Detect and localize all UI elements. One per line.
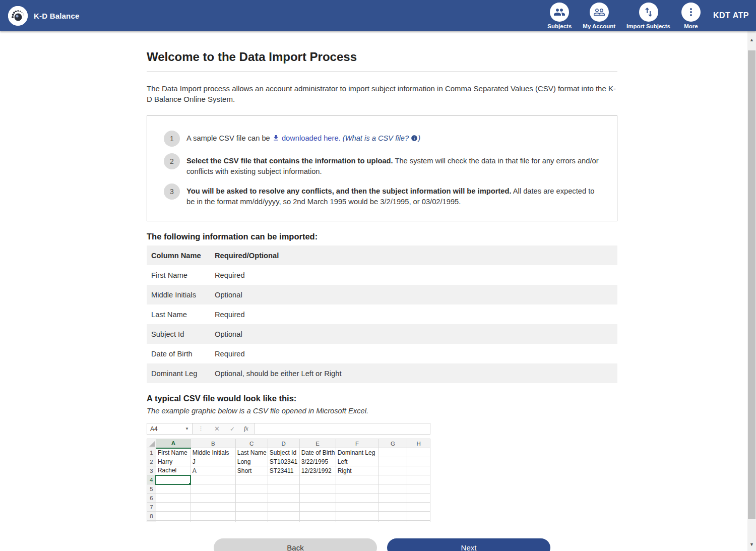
excel-cell-F4 — [336, 475, 379, 484]
excel-row-7: 7 — [147, 503, 430, 512]
intro-text: The Data Import process allows an accoun… — [147, 83, 617, 104]
excel-cell-D2: ST102341 — [268, 457, 299, 466]
step-3-text: You will be asked to resolve any conflic… — [186, 183, 603, 207]
import-columns-table: Column Name Required/Optional First Name… — [147, 246, 617, 383]
excel-cell-C1: Last Name — [235, 448, 268, 457]
table-row: Dominant LegOptional, should be either L… — [147, 363, 617, 383]
download-sample-link[interactable]: downloaded here. — [272, 134, 341, 142]
back-button[interactable]: Back — [214, 538, 377, 551]
excel-cell-E3: 12/23/1992 — [299, 466, 336, 475]
column-name-cell: Dominant Leg — [147, 363, 215, 383]
excel-row-9 — [147, 521, 430, 523]
excel-row-5: 5 — [147, 484, 430, 494]
excel-cell-D5 — [268, 484, 299, 494]
required-optional-cell: Required — [215, 344, 617, 363]
title-divider — [147, 71, 617, 72]
more-vert-icon — [681, 3, 701, 22]
nav-item-subjects[interactable]: Subjects — [547, 3, 572, 29]
wizard-buttons: Back Next — [147, 538, 617, 551]
excel-cell-A7 — [156, 503, 191, 512]
excel-cell-C3: Short — [235, 466, 268, 475]
excel-cell-E1: Date of Birth — [299, 448, 336, 457]
excel-screenshot: A4 ▼ ⋮ ✕ ✓ fx ABCDEFGH1First NameMiddle … — [147, 423, 430, 522]
excel-col-header-F: F — [336, 439, 379, 448]
excel-col-header-C: C — [235, 439, 268, 448]
namebox-dropdown-icon: ▼ — [185, 426, 189, 431]
nav-item-my-account[interactable]: My Account — [583, 3, 615, 29]
page-title: Welcome to the Data Import Process — [147, 50, 617, 64]
excel-cell-F3: Right — [336, 466, 379, 475]
csv-example-note: The example graphic below is a CSV file … — [147, 407, 617, 415]
excel-cell-F8 — [336, 512, 379, 521]
excel-grid: ABCDEFGH1First NameMiddle InitialsLast N… — [147, 439, 430, 522]
main-content: Welcome to the Data Import Process The D… — [147, 31, 617, 551]
excel-cell-H1 — [407, 448, 430, 457]
required-optional-cell: Optional, should be either Left or Right — [215, 363, 617, 383]
excel-row-4: 4 — [147, 475, 430, 484]
excel-col-header-H: H — [407, 439, 430, 448]
excel-row-header-3: 3 — [147, 466, 156, 475]
excel-formula-bar — [255, 423, 430, 434]
column-name-cell: Subject Id — [147, 324, 215, 344]
excel-row-header-1: 1 — [147, 448, 156, 457]
excel-row-3: 3RachelAShortST2341112/23/1992Right — [147, 466, 430, 475]
import-info-heading: The following information can be importe… — [147, 232, 617, 241]
steps-box: 1 A sample CSV file can be downloaded he… — [147, 115, 617, 221]
excel-cell-B4 — [191, 475, 235, 484]
user-label: KDT ATP — [713, 11, 749, 20]
column-name-cell: First Name — [147, 265, 215, 285]
excel-cell-C8 — [235, 512, 268, 521]
download-icon — [272, 134, 280, 142]
excel-cell-H3 — [407, 466, 430, 475]
excel-cell-C6 — [235, 494, 268, 503]
excel-cell-G6 — [379, 494, 407, 503]
scroll-down-arrow-icon[interactable]: ▼ — [747, 540, 756, 548]
excel-cell-G7 — [379, 503, 407, 512]
excel-cell-D8 — [268, 512, 299, 521]
vertical-scrollbar: ▲ ▼ — [747, 31, 756, 551]
step-1: 1 A sample CSV file can be downloaded he… — [164, 131, 603, 147]
excel-cell-G4 — [379, 475, 407, 484]
scrollbar-thumb[interactable] — [748, 50, 755, 519]
nav-item-more[interactable]: More — [681, 3, 701, 29]
excel-cell-C7 — [235, 503, 268, 512]
table-row: First NameRequired — [147, 265, 617, 285]
step-3-number: 3 — [164, 183, 180, 200]
excel-cell-F5 — [336, 484, 379, 494]
app-logo-icon — [8, 6, 28, 26]
excel-cell-F2: Left — [336, 457, 379, 466]
what-is-csv-link[interactable]: (What is a CSV file? ) — [341, 134, 420, 142]
excel-row-header-2: 2 — [147, 457, 156, 466]
excel-cell-G8 — [379, 512, 407, 521]
nav-item-label: Import Subjects — [626, 23, 670, 29]
excel-cell-D7 — [268, 503, 299, 512]
nav-item-label: My Account — [583, 23, 615, 29]
excel-row-6: 6 — [147, 494, 430, 503]
app-title: K-D Balance — [34, 12, 80, 20]
excel-cell-B7 — [191, 503, 235, 512]
excel-cell-A4 — [156, 475, 191, 484]
excel-cell-D1: Subject Id — [268, 448, 299, 457]
required-optional-cell: Optional — [215, 324, 617, 344]
scroll-up-arrow-icon[interactable]: ▲ — [747, 35, 756, 44]
required-optional-cell: Optional — [215, 285, 617, 304]
fill-handle — [188, 482, 191, 484]
excel-cell-A1: First Name — [156, 448, 191, 457]
column-name-cell: Date of Birth — [147, 344, 215, 363]
nav-item-import-subjects[interactable]: Import Subjects — [626, 3, 670, 29]
excel-cell-G1 — [379, 448, 407, 457]
excel-cell-B5 — [191, 484, 235, 494]
excel-cell-B3: A — [191, 466, 235, 475]
excel-row-header-4: 4 — [147, 475, 156, 484]
cancel-icon: ✕ — [209, 425, 225, 433]
excel-row-8: 8 — [147, 512, 430, 521]
excel-col-header-B: B — [191, 439, 235, 448]
people-outline-icon — [590, 3, 609, 22]
table-row: Middle InitialsOptional — [147, 285, 617, 304]
excel-cell-B1: Middle Initials — [191, 448, 235, 457]
brand: K-D Balance — [8, 6, 80, 26]
excel-cell-C2: Long — [235, 457, 268, 466]
next-button[interactable]: Next — [387, 538, 550, 551]
import-export-icon — [639, 3, 658, 22]
excel-row-header-6: 6 — [147, 494, 156, 503]
